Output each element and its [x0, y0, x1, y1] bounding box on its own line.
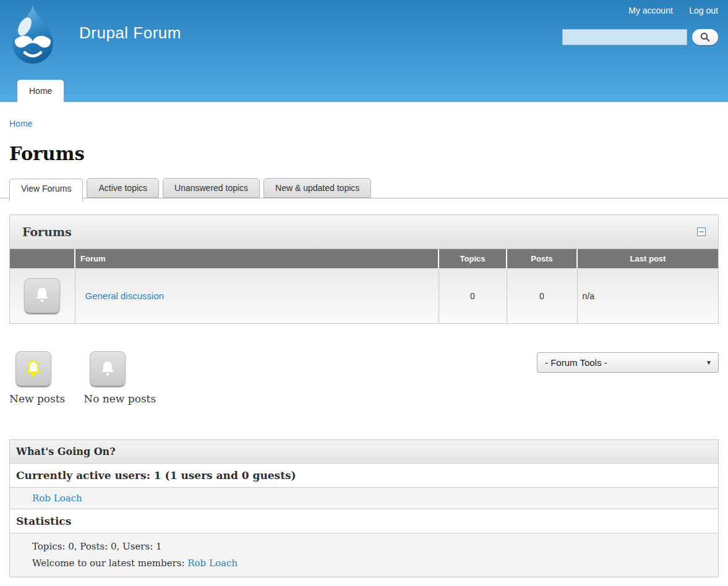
- no-new-posts-bell-icon: [90, 351, 126, 387]
- active-user-link[interactable]: Rob Loach: [32, 493, 82, 504]
- forums-panel: Forums Forum Topics Posts Last post: [9, 214, 719, 324]
- legend-no-new-posts-label: No new posts: [84, 393, 156, 405]
- legend-no-new-posts: No new posts: [84, 351, 156, 405]
- new-posts-bell-icon: [15, 351, 51, 387]
- column-last-post: Last post: [577, 249, 718, 268]
- page-title: Forums: [9, 143, 719, 164]
- site-header: Drupal Forum My account Log out Home: [0, 0, 728, 102]
- active-users-list: Rob Loach: [10, 488, 718, 509]
- drupal-logo: [6, 3, 59, 65]
- legend-row: New posts No new posts - Forum Tools - ▼: [9, 351, 719, 405]
- last-post-value: n/a: [577, 268, 718, 323]
- forums-table-header-row: Forum Topics Posts Last post: [10, 249, 718, 268]
- active-users-heading: Currently active users: 1 (1 users and 0…: [10, 464, 718, 488]
- search-input[interactable]: [562, 29, 687, 45]
- forums-table: Forum Topics Posts Last post General dis…: [10, 249, 718, 323]
- nav-tab-home-label: Home: [29, 86, 52, 96]
- site-name: Drupal Forum: [79, 23, 181, 43]
- statistics-content: Topics: 0, Posts: 0, Users: 1 Welcome to…: [10, 533, 718, 577]
- column-icon: [10, 249, 75, 268]
- forums-panel-title: Forums: [22, 225, 72, 239]
- tab-active-topics[interactable]: Active topics: [87, 178, 159, 198]
- legend: New posts No new posts: [9, 351, 174, 405]
- forum-status-cell: [10, 268, 75, 323]
- forums-panel-header: Forums: [10, 215, 718, 249]
- secondary-tabs: View Forums Active topics Unanswered top…: [0, 178, 728, 198]
- tab-new-updated-topics[interactable]: New & updated topics: [263, 178, 371, 198]
- nav-tab-home[interactable]: Home: [17, 80, 64, 102]
- column-forum: Forum: [75, 249, 439, 268]
- tab-view-forums[interactable]: View Forums: [9, 179, 83, 202]
- posts-count: 0: [507, 268, 577, 323]
- topics-count: 0: [439, 268, 507, 323]
- tab-unanswered-topics[interactable]: Unanswered topics: [163, 178, 260, 198]
- legend-new-posts-label: New posts: [9, 393, 65, 405]
- search-box: [562, 29, 718, 45]
- welcome-prefix: Welcome to our latest members:: [32, 558, 187, 569]
- statistics-line: Topics: 0, Posts: 0, Users: 1: [32, 538, 712, 555]
- column-posts: Posts: [507, 249, 577, 268]
- user-links: My account Log out: [615, 5, 718, 16]
- breadcrumb: Home: [0, 102, 728, 129]
- forum-name-cell: General discussion: [75, 268, 439, 323]
- search-icon: [699, 31, 711, 43]
- forum-tools-select[interactable]: - Forum Tools - ▼: [537, 352, 719, 373]
- latest-member-line: Welcome to our latest members: Rob Loach: [32, 555, 712, 572]
- latest-member-link[interactable]: Rob Loach: [187, 558, 238, 569]
- wgo-panel-title: What's Going On?: [10, 440, 718, 464]
- no-new-posts-bell-icon: [24, 278, 60, 314]
- breadcrumb-home-link[interactable]: Home: [9, 119, 32, 129]
- whats-going-on-panel: What's Going On? Currently active users:…: [9, 440, 719, 577]
- column-topics: Topics: [439, 249, 507, 268]
- forum-link[interactable]: General discussion: [85, 291, 165, 301]
- collapse-minus-icon[interactable]: [697, 227, 706, 236]
- search-button[interactable]: [692, 29, 718, 45]
- chevron-down-icon: ▼: [706, 359, 712, 366]
- table-row: General discussion 0 0 n/a: [10, 268, 718, 323]
- legend-new-posts: New posts: [9, 351, 65, 405]
- statistics-heading: Statistics: [10, 509, 718, 533]
- logout-link[interactable]: Log out: [689, 6, 718, 15]
- my-account-link[interactable]: My account: [628, 6, 673, 15]
- forum-tools-selected-value: - Forum Tools -: [545, 357, 607, 368]
